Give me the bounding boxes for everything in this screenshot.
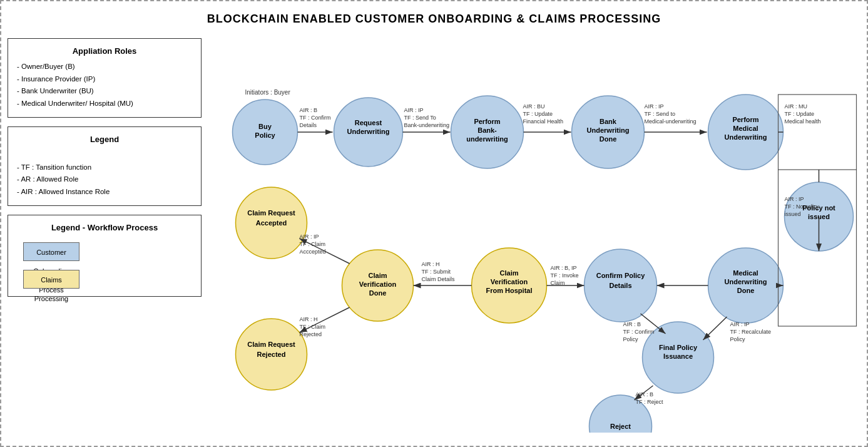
svg-text:Accepted: Accepted — [256, 219, 287, 227]
svg-text:TF : Update: TF : Update — [785, 111, 815, 117]
svg-text:Claim Details: Claim Details — [422, 276, 456, 282]
svg-text:AIR : B: AIR : B — [636, 391, 654, 398]
svg-text:Claim Request: Claim Request — [247, 341, 295, 348]
svg-text:Done: Done — [600, 135, 617, 143]
svg-text:TF : Claim: TF : Claim — [300, 324, 326, 330]
legend-heading: Legend — [17, 135, 192, 144]
svg-text:TF : Reject: TF : Reject — [636, 399, 664, 405]
workflow-legend-box: Legend - Workflow Process Customer Onboa… — [8, 215, 202, 297]
svg-text:Perform: Perform — [474, 118, 500, 125]
svg-text:Policy: Policy — [623, 336, 639, 342]
svg-text:Policy: Policy — [730, 336, 746, 342]
svg-text:issued: issued — [785, 211, 801, 217]
svg-text:Claim: Claim — [500, 269, 519, 277]
svg-text:Details: Details — [300, 122, 317, 128]
svg-point-34 — [472, 248, 547, 323]
svg-text:Medical health: Medical health — [785, 118, 821, 125]
svg-text:Done: Done — [737, 287, 755, 294]
svg-text:Bank-underwriting: Bank-underwriting — [404, 122, 450, 128]
svg-text:AIR : IP: AIR : IP — [404, 107, 424, 113]
svg-text:Issuance: Issuance — [663, 352, 693, 360]
legend-box: Legend - TF : Tansition function - AR : … — [8, 126, 202, 206]
svg-text:Done: Done — [369, 289, 387, 297]
svg-text:TF : Send to: TF : Send to — [645, 111, 676, 117]
roles-box: Appliation Roles - Owner/Buyer (B) - Ins… — [8, 38, 202, 118]
svg-text:AIR : IP: AIR : IP — [645, 103, 664, 110]
svg-text:Bank: Bank — [600, 118, 617, 125]
svg-text:AIR : B, IP: AIR : B, IP — [551, 265, 577, 271]
svg-text:Acccepted: Acccepted — [300, 249, 326, 255]
svg-text:Rejected: Rejected — [300, 331, 322, 337]
svg-text:From Hospital: From Hospital — [486, 287, 533, 294]
roles-text: - Owner/Buyer (B) - Insurance Provider (… — [17, 61, 192, 110]
diagram-svg: Buy Policy Request Underwriting Perform … — [202, 32, 860, 433]
svg-text:Request: Request — [355, 119, 382, 126]
legend-text: - TF : Tansition function - AR : Allowed… — [17, 149, 192, 198]
svg-text:AIR : MU: AIR : MU — [785, 103, 808, 110]
svg-point-22 — [708, 248, 784, 323]
svg-text:AIR : B: AIR : B — [623, 321, 641, 327]
roles-heading: Appliation Roles — [17, 46, 192, 56]
customer-onboarding-legend: Customer Onboarding Process — [23, 242, 79, 261]
svg-text:Underwriting: Underwriting — [347, 128, 390, 135]
svg-text:AIR : IP: AIR : IP — [730, 321, 750, 327]
svg-text:Final Policy: Final Policy — [659, 344, 698, 351]
svg-text:Claim Request: Claim Request — [247, 209, 295, 217]
svg-text:Initiators : Buyer: Initiators : Buyer — [245, 89, 291, 96]
svg-text:Financial Health: Financial Health — [523, 118, 564, 125]
svg-text:TF : Confirm: TF : Confirm — [300, 115, 331, 121]
svg-text:TF : Update: TF : Update — [523, 111, 553, 117]
svg-text:Medical: Medical — [733, 269, 758, 277]
svg-text:Verification: Verification — [491, 278, 528, 285]
svg-text:TF : No policy: TF : No policy — [785, 203, 820, 210]
svg-text:Bank-: Bank- — [477, 126, 497, 134]
svg-text:Verification: Verification — [359, 280, 397, 288]
svg-text:TF : Invoke: TF : Invoke — [551, 272, 579, 279]
svg-text:TF : Claim: TF : Claim — [300, 241, 326, 247]
workflow-legend-heading: Legend - Workflow Process — [17, 223, 192, 232]
svg-text:AIR : B: AIR : B — [300, 107, 318, 113]
svg-text:Details: Details — [609, 282, 631, 289]
svg-line-59 — [703, 317, 727, 340]
svg-text:Medical: Medical — [733, 125, 758, 132]
svg-text:Medical-underwriting: Medical-underwriting — [645, 118, 697, 125]
page-title: BLOCKCHAIN ENABLED CUSTOMER ONBOARDING &… — [1, 1, 867, 32]
svg-text:TF : Send To: TF : Send To — [404, 115, 436, 121]
svg-text:AIR : H: AIR : H — [300, 316, 318, 322]
svg-text:AIR : IP: AIR : IP — [785, 196, 804, 202]
left-panel: Appliation Roles - Owner/Buyer (B) - Ins… — [8, 32, 202, 433]
svg-text:TF : Recalculate: TF : Recalculate — [730, 329, 772, 335]
svg-text:Underwriting: Underwriting — [725, 278, 767, 285]
svg-text:TF : Submit: TF : Submit — [422, 269, 451, 275]
claims-processing-legend: Claims Processing — [23, 270, 79, 289]
svg-point-15 — [708, 95, 784, 170]
diagram-area: Buy Policy Request Underwriting Perform … — [202, 32, 860, 433]
svg-text:Rejected: Rejected — [257, 351, 286, 358]
svg-text:Reject: Reject — [610, 423, 631, 430]
svg-text:Underwriting: Underwriting — [587, 126, 630, 134]
svg-text:AIR : H: AIR : H — [422, 261, 440, 267]
svg-text:Claim: Claim — [551, 280, 565, 286]
svg-text:Buy: Buy — [258, 123, 272, 130]
svg-text:Confirm Policy: Confirm Policy — [596, 272, 646, 279]
svg-text:AIR : IP: AIR : IP — [300, 234, 319, 240]
svg-text:Underwriting: Underwriting — [725, 133, 767, 141]
svg-text:Perform: Perform — [732, 116, 758, 123]
svg-text:AIR : BU: AIR : BU — [523, 103, 545, 110]
svg-text:TF : Confirm: TF : Confirm — [623, 329, 655, 335]
svg-text:underwriting: underwriting — [466, 135, 508, 143]
svg-text:Claim: Claim — [369, 272, 387, 279]
svg-text:Policy: Policy — [255, 131, 275, 139]
